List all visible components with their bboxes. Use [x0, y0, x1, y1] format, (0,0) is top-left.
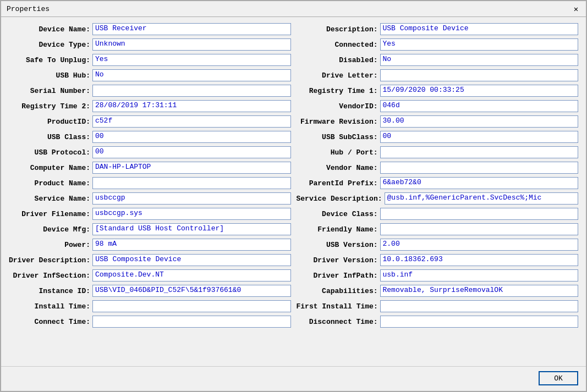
right-field-row: USB SubClass:00 [297, 130, 579, 143]
title-bar: Properties ✕ [1, 1, 586, 17]
field-label: USB Hub: [9, 71, 90, 80]
field-value: 00 [380, 131, 579, 143]
field-label: Driver Description: [9, 256, 90, 264]
close-button[interactable]: ✕ [572, 4, 580, 13]
right-field-row: USB Version:2.00 [297, 238, 579, 251]
left-field-row: Connect Time: [9, 315, 291, 328]
field-label: Power: [9, 241, 90, 249]
field-label: Serial Number: [9, 87, 90, 95]
left-field-row: Install Time: [9, 300, 291, 313]
right-field-row: Friendly Name: [297, 223, 579, 236]
field-label: Registry Time 2: [9, 102, 90, 111]
field-value: Unknown [92, 38, 291, 51]
field-label: Connected: [297, 41, 378, 49]
left-field-row: Power:98 mA [9, 238, 291, 251]
left-field-row: USB Class:00 [9, 130, 291, 143]
field-value: [Standard USB Host Controller] [92, 223, 291, 235]
left-field-row: ProductID:c52f [9, 115, 291, 128]
field-label: Disabled: [297, 56, 378, 64]
field-value [92, 85, 291, 97]
field-label: Drive Letter: [297, 71, 378, 80]
left-field-row: Driver InfSection:Composite.Dev.NT [9, 269, 291, 282]
field-label: Device Class: [297, 210, 378, 218]
left-field-row: Driver Description:USB Composite Device [9, 253, 291, 267]
field-value: 6&aeb72&0 [380, 177, 579, 189]
left-column: Device Name:USB ReceiverDevice Type:Unkn… [9, 23, 291, 361]
field-value: 00 [92, 146, 291, 158]
field-label: Device Type: [9, 41, 90, 49]
field-label: Install Time: [9, 302, 90, 311]
field-label: Service Name: [9, 195, 90, 203]
field-value: Yes [92, 54, 291, 66]
field-value [380, 69, 579, 81]
field-value: USB\VID_046D&PID_C52F\5&1f937661&0 [92, 285, 291, 297]
field-value: usbccgp [92, 192, 291, 205]
right-field-row: Service Description:@usb.inf,%GenericPar… [297, 192, 579, 205]
field-value: 00 [92, 131, 291, 143]
content-area: Device Name:USB ReceiverDevice Type:Unkn… [1, 17, 586, 366]
field-label: Registry Time 1: [297, 87, 378, 95]
right-field-row: Hub / Port: [297, 146, 579, 159]
field-label: Friendly Name: [297, 225, 378, 234]
left-field-row: USB Hub:No [9, 69, 291, 82]
field-label: Driver Filename: [9, 210, 90, 218]
right-field-row: Disabled:No [297, 53, 579, 67]
field-value [92, 177, 291, 189]
right-field-row: Driver InfPath:usb.inf [297, 269, 579, 282]
field-label: Description: [297, 25, 378, 34]
field-value: 15/09/2020 00:33:25 [380, 85, 579, 97]
field-label: USB Version: [297, 241, 378, 249]
right-field-row: VendorID:046d [297, 100, 579, 113]
field-label: Product Name: [9, 179, 90, 187]
field-value: 046d [380, 100, 579, 112]
left-field-row: Device Mfg:[Standard USB Host Controller… [9, 223, 291, 236]
field-label: Driver InfSection: [9, 272, 90, 280]
right-field-row: Drive Letter: [297, 69, 579, 82]
field-label: VendorID: [297, 102, 378, 111]
field-value: Composite.Dev.NT [92, 269, 291, 281]
field-label: Device Mfg: [9, 225, 90, 234]
left-field-row: Device Name:USB Receiver [9, 23, 291, 36]
right-field-row: Vendor Name: [297, 161, 579, 174]
right-field-row: Description:USB Composite Device [297, 23, 579, 36]
field-label: Firmware Revision: [297, 118, 378, 126]
left-field-row: Service Name:usbccgp [9, 192, 291, 205]
properties-window: Properties ✕ Device Name:USB ReceiverDev… [0, 0, 587, 392]
left-field-row: Computer Name:DAN-HP-LAPTOP [9, 161, 291, 174]
field-value: 10.0.18362.693 [380, 254, 579, 266]
field-value: 30.00 [380, 115, 579, 128]
field-label: Disconnect Time: [297, 318, 378, 326]
field-value: Removable, SurpriseRemovalOK [380, 285, 579, 297]
field-label: Driver Version: [297, 256, 378, 264]
left-field-row: Registry Time 2:28/08/2019 17:31:11 [9, 100, 291, 113]
field-value [92, 300, 291, 312]
left-field-row: Serial Number: [9, 84, 291, 97]
right-field-row: ParentId Prefix:6&aeb72&0 [297, 176, 579, 190]
field-value: 28/08/2019 17:31:11 [92, 100, 291, 112]
right-field-row: Capabilities:Removable, SurpriseRemovalO… [297, 284, 579, 297]
field-value [380, 300, 578, 312]
field-label: Safe To Unplug: [9, 56, 90, 64]
ok-button[interactable]: OK [539, 371, 578, 385]
field-value [380, 208, 579, 220]
right-field-row: Device Class: [297, 207, 579, 220]
field-value [380, 162, 579, 174]
field-label: Service Description: [297, 195, 382, 203]
field-label: Connect Time: [9, 318, 90, 326]
field-label: Hub / Port: [297, 148, 378, 157]
field-label: Capabilities: [297, 287, 378, 295]
field-value: c52f [92, 115, 291, 128]
field-label: Device Name: [9, 25, 90, 34]
footer: OK [1, 366, 586, 391]
field-label: ParentId Prefix: [297, 179, 378, 187]
field-value [380, 223, 579, 235]
right-field-row: Connected:Yes [297, 38, 579, 51]
left-field-row: Device Type:Unknown [9, 38, 291, 51]
field-value: USB Composite Device [92, 254, 290, 266]
field-label: USB Class: [9, 133, 90, 141]
left-field-row: Instance ID:USB\VID_046D&PID_C52F\5&1f93… [9, 284, 291, 297]
field-value: 2.00 [380, 239, 579, 251]
field-value [380, 146, 579, 158]
field-value: USB Composite Device [380, 23, 579, 35]
field-value: DAN-HP-LAPTOP [92, 162, 291, 174]
